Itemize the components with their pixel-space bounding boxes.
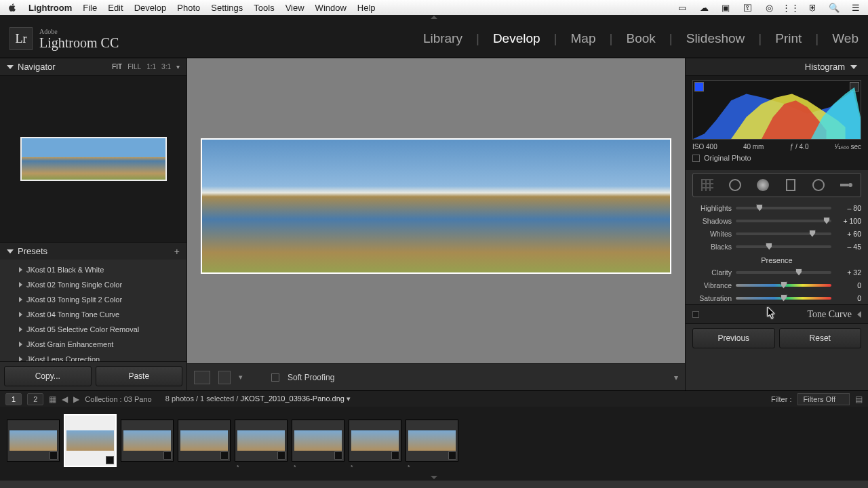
menu-window[interactable]: Window (315, 3, 347, 13)
toolbar-menu-icon[interactable]: ▾ (674, 373, 678, 382)
preset-item[interactable]: JKost 05 Selective Color Removal (0, 322, 186, 337)
whites-slider[interactable]: Whites + 60 (692, 227, 861, 240)
previous-button[interactable]: Previous (692, 328, 775, 348)
preset-label: JKost 01 Black & White (26, 264, 104, 276)
histogram-header[interactable]: Histogram (686, 58, 868, 76)
crop-tool-icon[interactable] (700, 178, 715, 192)
reset-button[interactable]: Reset (779, 328, 862, 348)
filter-lock-icon[interactable]: ▤ (855, 394, 863, 404)
folder-tri-icon (19, 342, 22, 347)
preset-item[interactable]: JKost 01 Black & White (0, 262, 186, 277)
zoom-fill[interactable]: FILL (127, 63, 141, 70)
blacks-slider[interactable]: Blacks – 45 (692, 240, 861, 253)
screen-icon[interactable]: ▣ (720, 2, 731, 13)
shield-icon[interactable]: ⛨ (807, 2, 818, 13)
film-thumb[interactable]: * (235, 420, 288, 462)
dots-icon[interactable]: ⋮⋮ (785, 2, 796, 13)
filmstrip[interactable]: **** (0, 407, 868, 474)
view-2-button[interactable]: 2 (27, 393, 43, 405)
module-picker: Library| Develop| Map| Book| Slideshow| … (423, 31, 859, 46)
current-filename[interactable]: JKOST_2010_03936-Pano.dng (240, 394, 344, 403)
module-map[interactable]: Map (571, 31, 596, 46)
sync-icon[interactable]: ◎ (764, 2, 774, 13)
module-library[interactable]: Library (423, 31, 462, 46)
zoom-3to1[interactable]: 3:1 (161, 63, 171, 70)
film-thumb[interactable]: * (349, 420, 401, 462)
menu-file[interactable]: File (83, 3, 97, 13)
exif-shutter: ¹⁄₁₆₀₀ sec (835, 143, 861, 150)
film-thumb[interactable] (64, 414, 117, 467)
module-slideshow[interactable]: Slideshow (686, 31, 745, 46)
nav-back-icon[interactable]: ◀ (62, 394, 68, 404)
clarity-slider[interactable]: Clarity + 32 (692, 266, 861, 279)
copy-button[interactable]: Copy... (4, 366, 92, 386)
display-icon[interactable]: ▭ (677, 2, 688, 13)
zoom-fit[interactable]: FIT (112, 63, 122, 70)
menu-help[interactable]: Help (357, 3, 376, 13)
menu-photo[interactable]: Photo (177, 3, 200, 13)
preset-item[interactable]: JKost Grain Enhancement (0, 337, 186, 352)
menu-develop[interactable]: Develop (134, 3, 167, 13)
loupe-view-icon[interactable] (194, 371, 210, 384)
grid-view-icon[interactable]: ▦ (49, 394, 56, 404)
spot-tool-icon[interactable] (728, 178, 743, 192)
highlights-slider[interactable]: Highlights – 80 (692, 201, 861, 214)
search-icon[interactable]: 🔍 (829, 2, 840, 13)
module-web[interactable]: Web (832, 31, 859, 46)
paste-button[interactable]: Paste (96, 366, 183, 386)
film-thumb[interactable]: * (406, 420, 458, 462)
zoom-menu-icon[interactable]: ▾ (176, 63, 180, 70)
nav-fwd-icon[interactable]: ▶ (73, 394, 79, 404)
brush-tool-icon[interactable] (839, 178, 854, 192)
top-grip[interactable] (0, 15, 868, 20)
tone-curve-toggle-icon[interactable] (692, 311, 699, 318)
menu-view[interactable]: View (285, 3, 304, 13)
film-thumb[interactable] (178, 420, 231, 462)
bottom-grip[interactable] (0, 474, 868, 481)
list-icon[interactable]: ☰ (850, 2, 861, 13)
tone-curve-header[interactable]: Tone Curve (686, 304, 868, 323)
module-print[interactable]: Print (775, 31, 802, 46)
film-thumb[interactable] (121, 420, 174, 462)
histogram-graph[interactable] (692, 80, 861, 140)
soft-proofing-checkbox[interactable] (271, 373, 279, 382)
radial-tool-icon[interactable] (811, 178, 826, 192)
thumb-badge-icon (50, 451, 58, 460)
view-1-button[interactable]: 1 (5, 393, 22, 405)
saturation-slider[interactable]: Saturation 0 (692, 291, 861, 304)
menu-tools[interactable]: Tools (254, 3, 274, 13)
preset-item[interactable]: JKost 02 Toning Single Color (0, 277, 186, 292)
film-thumb[interactable]: * (292, 420, 344, 462)
preset-item[interactable]: JKost 03 Toning Split 2 Color (0, 292, 186, 307)
key-icon[interactable]: ⚿ (742, 2, 753, 13)
add-preset-icon[interactable]: + (174, 246, 180, 257)
collection-name[interactable]: 03 Pano (124, 395, 152, 403)
gradient-tool-icon[interactable] (783, 178, 798, 192)
before-after-icon[interactable] (218, 371, 231, 384)
navigator-header[interactable]: Navigator FIT FILL 1:1 3:1 ▾ (0, 58, 186, 76)
exif-readout: ISO 400 40 mm ƒ / 4.0 ¹⁄₁₆₀₀ sec (692, 140, 861, 152)
filename-menu-icon[interactable]: ▾ (347, 394, 351, 403)
cloud-icon[interactable]: ☁ (698, 2, 709, 13)
app-name[interactable]: Lightroom (28, 3, 72, 13)
module-book[interactable]: Book (626, 31, 655, 46)
shadows-slider[interactable]: Shadows + 100 (692, 214, 861, 227)
original-photo-checkbox[interactable] (692, 155, 700, 162)
menu-settings[interactable]: Settings (211, 3, 243, 13)
navigator-thumbnail[interactable] (20, 137, 167, 181)
menu-edit[interactable]: Edit (108, 3, 123, 13)
presets-header[interactable]: Presets + (0, 242, 186, 260)
film-thumb[interactable] (7, 420, 60, 462)
main-image[interactable] (202, 140, 670, 272)
navigator-preview[interactable] (0, 76, 186, 242)
preset-label: JKost 02 Toning Single Color (26, 279, 122, 291)
filter-select[interactable]: Filters Off (797, 393, 850, 405)
preset-item[interactable]: JKost Lens Correction (0, 352, 186, 361)
module-develop[interactable]: Develop (493, 31, 540, 46)
vibrance-slider[interactable]: Vibrance 0 (692, 279, 861, 291)
redeye-tool-icon[interactable] (755, 178, 770, 192)
zoom-1to1[interactable]: 1:1 (146, 63, 156, 70)
before-after-menu-icon[interactable]: ▾ (239, 373, 243, 382)
preset-item[interactable]: JKost 04 Toning Tone Curve (0, 307, 186, 322)
apple-icon[interactable] (7, 2, 18, 13)
